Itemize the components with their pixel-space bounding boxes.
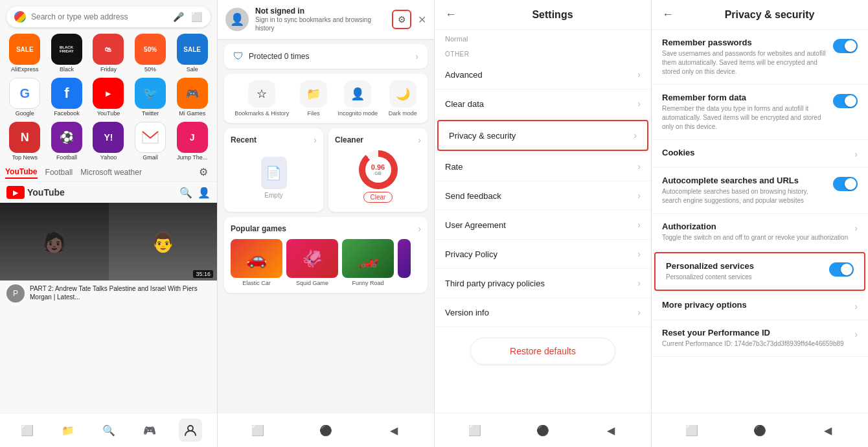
privacy-nav-square[interactable]: ⬜ <box>680 418 703 442</box>
search-bar[interactable]: 🎤 ⬜ <box>6 6 211 27</box>
privacy-remember-passwords[interactable]: Remember passwords Save usernames and pa… <box>652 30 868 85</box>
settings-version[interactable]: Version info › <box>435 298 651 327</box>
popular-games-label: Popular games <box>231 224 286 233</box>
close-button[interactable]: ✕ <box>418 14 426 26</box>
app-topnews[interactable]: N Top News <box>5 122 45 161</box>
app-yahoo[interactable]: Y! Yahoo <box>89 122 128 161</box>
app-friday[interactable]: 🛍 Friday <box>89 34 128 73</box>
privacy-item-content-authorization: Authorization Toggle the switch on and o… <box>662 222 849 242</box>
search-icon[interactable]: 🔍 <box>179 187 192 199</box>
nav-search-btn[interactable]: 🔍 <box>97 418 120 442</box>
app-icon-twitter: 🐦 <box>135 78 166 109</box>
toggle-autocomplete[interactable] <box>833 177 858 191</box>
game-squid[interactable]: 🦑 Squid Game <box>286 239 338 286</box>
apps-grid-row3: N Top News ⚽ Football Y! Yahoo Gmail J J… <box>0 119 217 163</box>
settings-privacy-policy[interactable]: Privacy Policy › <box>435 240 651 269</box>
privacy-nav-circle[interactable]: ⚫ <box>748 418 771 442</box>
app-label-sale: Sale <box>187 66 198 73</box>
settings-advanced[interactable]: Advanced › <box>435 60 651 89</box>
video-thumbnail[interactable]: 🧑🏿 👨 35:16 <box>0 203 217 281</box>
privacy-personalized-services[interactable]: Personalized services Personalized conte… <box>654 252 865 291</box>
youtube-logo: YouTube <box>6 186 65 199</box>
privacy-item-title-cookies: Cookies <box>662 148 849 157</box>
settings-third-party[interactable]: Third party privacy policies › <box>435 269 651 298</box>
toggle-formdata[interactable] <box>833 94 858 108</box>
privacy-item-sub-passwords: Save usernames and passwords for website… <box>662 49 828 76</box>
privacy-nav-back[interactable]: ◀ <box>816 418 839 442</box>
privacy-item-content-autocomplete: Autocomplete searches and URLs Autocompl… <box>662 176 828 205</box>
settings-privacy[interactable]: Privacy & security › <box>437 120 648 151</box>
action-bookmarks[interactable]: ☆ Bookmarks & History <box>234 80 289 117</box>
app-google[interactable]: G Google <box>5 78 45 117</box>
toggle-passwords[interactable] <box>833 39 858 53</box>
settings-clear-data[interactable]: Clear data › <box>435 89 651 119</box>
app-black[interactable]: BLACKFRIDAY Black <box>47 34 87 73</box>
app-migames[interactable]: 🎮 Mi Games <box>172 78 212 117</box>
privacy-autocomplete[interactable]: Autocomplete searches and URLs Autocompl… <box>652 168 868 214</box>
app-gmail[interactable]: Gmail <box>131 122 170 161</box>
empty-document-icon: 📄 <box>261 157 287 189</box>
settings-user-agreement[interactable]: User Agreement › <box>435 211 651 240</box>
settings-nav-back[interactable]: ◀ <box>599 418 622 442</box>
game-funny-road[interactable]: 🏎️ Funny Road <box>342 239 394 286</box>
settings-item-label-thirdparty: Third party privacy policies <box>445 279 637 288</box>
account-icon[interactable]: 👤 <box>198 187 211 199</box>
app-sale[interactable]: SALE Sale <box>172 34 212 73</box>
cleaner-circle: 0.96 GB Clear <box>335 150 421 203</box>
privacy-cookies[interactable]: Cookies › <box>652 140 868 168</box>
nav-home-btn[interactable]: ⬜ <box>16 418 39 442</box>
app-50[interactable]: 50% 50% <box>131 34 170 73</box>
nav-folder-btn[interactable]: 📁 <box>56 418 80 442</box>
app-twitter[interactable]: 🐦 Twitter <box>131 78 170 117</box>
app-football[interactable]: ⚽ Football <box>47 122 87 161</box>
back-arrow-icon[interactable]: ← <box>445 8 457 21</box>
settings-nav-circle[interactable]: ⚫ <box>531 418 554 442</box>
video-title: PART 2: Andrew Tate Talks Palestine and … <box>30 284 211 303</box>
browser-nav-back[interactable]: ◀ <box>382 418 405 442</box>
games-row: 🚗 Elastic Car 🦑 Squid Game 🏎️ Funny Road <box>231 239 421 286</box>
filter-icon[interactable]: ⚙ <box>199 166 212 179</box>
action-incognito[interactable]: 👤 Incognito mode <box>338 80 378 117</box>
settings-nav-square[interactable]: ⬜ <box>463 418 486 442</box>
app-youtube[interactable]: ▶ YouTube <box>89 78 128 117</box>
privacy-authorization[interactable]: Authorization Toggle the switch on and o… <box>652 214 868 251</box>
settings-button[interactable]: ⚙ <box>392 10 411 29</box>
protected-banner[interactable]: 🛡 Protected 0 times › <box>224 44 428 69</box>
settings-item-label-rate: Rate <box>445 162 637 172</box>
game-partial[interactable] <box>398 239 411 286</box>
tab-youtube[interactable]: YouTube <box>5 166 38 179</box>
tab-icon[interactable]: ⬜ <box>190 10 203 23</box>
settings-rate[interactable]: Rate › <box>435 152 651 181</box>
privacy-remember-formdata[interactable]: Remember form data Remember the data you… <box>652 85 868 140</box>
settings-feedback[interactable]: Send feedback › <box>435 181 651 211</box>
games-chevron[interactable]: › <box>418 224 421 234</box>
privacy-more-options[interactable]: More privacy options › <box>652 292 868 320</box>
browser-nav-square[interactable]: ⬜ <box>246 418 269 442</box>
cleaner-label: Cleaner <box>335 135 363 144</box>
privacy-security-panel: ← Privacy & security Remember passwords … <box>651 0 868 447</box>
tab-weather[interactable]: Microsoft weather <box>80 166 142 178</box>
action-darkmode[interactable]: 🌙 Dark mode <box>389 80 417 117</box>
search-input[interactable] <box>31 12 166 21</box>
action-files[interactable]: 📁 Files <box>300 80 327 117</box>
restore-defaults-button[interactable]: Restore defaults <box>470 338 615 365</box>
privacy-item-content-formdata: Remember form data Remember the data you… <box>662 93 828 132</box>
video-channel-avatar: P <box>6 284 25 303</box>
app-jumpthe[interactable]: J Jump The... <box>172 122 212 161</box>
nav-game-btn[interactable]: 🎮 <box>138 418 161 442</box>
app-facebook[interactable]: f Facebook <box>47 78 87 117</box>
game-elastic-car[interactable]: 🚗 Elastic Car <box>231 239 282 286</box>
darkmode-icon: 🌙 <box>389 80 417 108</box>
mic-icon[interactable]: 🎤 <box>172 10 185 23</box>
tab-football[interactable]: Football <box>45 166 73 178</box>
privacy-reset-performance[interactable]: Reset your Performance ID Current Perfor… <box>652 320 868 357</box>
recent-chevron[interactable]: › <box>314 135 317 145</box>
clear-button[interactable]: Clear <box>363 192 393 203</box>
browser-nav-circle[interactable]: ⚫ <box>314 418 337 442</box>
cleaner-chevron[interactable]: › <box>418 135 421 145</box>
privacy-back-icon[interactable]: ← <box>662 8 674 21</box>
app-aliexpress[interactable]: SALE AliExpress <box>5 34 45 73</box>
chevron-icon: › <box>854 223 858 233</box>
nav-user-btn[interactable] <box>179 418 202 442</box>
toggle-personalized[interactable] <box>829 262 854 277</box>
